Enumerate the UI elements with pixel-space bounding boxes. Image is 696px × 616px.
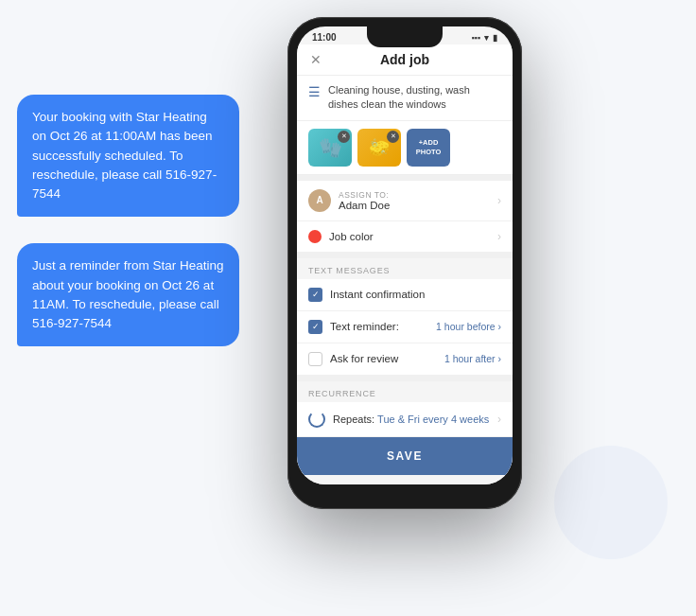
recurrence-row[interactable]: Repeats: Tue & Fri every 4 weeks ›	[297, 402, 513, 437]
save-button[interactable]: SAVE	[297, 437, 513, 475]
ask-review-chevron: ›	[498, 353, 502, 364]
instant-confirmation-checkbox[interactable]: ✓	[308, 288, 322, 302]
assign-to-name: Adam Doe	[339, 200, 490, 211]
app-content: ☰ Cleaning house, dusting, wash dishes c…	[297, 76, 513, 484]
add-photo-button[interactable]: +ADDPHOTO	[407, 129, 450, 167]
recurrence-value: Tue & Fri every 4 weeks	[377, 414, 489, 425]
text-reminder-chevron: ›	[498, 321, 502, 332]
recurrence-text: Repeats: Tue & Fri every 4 weeks	[333, 414, 490, 425]
avatar: A	[308, 189, 331, 212]
instant-confirmation-row: ✓ Instant confirmation	[297, 279, 513, 311]
color-chevron-icon: ›	[497, 230, 501, 243]
photo-thumb-sponge: 🧽 ✕	[357, 129, 401, 167]
add-photo-label: +ADDPHOTO	[416, 138, 442, 157]
text-reminder-timing[interactable]: 1 hour before ›	[436, 321, 501, 332]
job-color-label: Job color	[329, 231, 490, 242]
color-dot-icon	[308, 230, 322, 243]
assign-to-row[interactable]: A ASSIGN TO: Adam Doe ›	[297, 181, 513, 221]
status-time: 11:00	[312, 32, 337, 43]
description-text: Cleaning house, dusting, wash dishes cle…	[328, 83, 501, 113]
remove-glove-photo-button[interactable]: ✕	[338, 131, 350, 143]
decorative-circle	[554, 446, 668, 559]
sponge-icon: 🧽	[369, 137, 390, 158]
description-icon: ☰	[308, 84, 321, 99]
phone-outer: 11:00 ▪▪▪ ▾ ▮ ✕ Add job ☰ Cleaning house…	[287, 17, 522, 509]
instant-confirmation-label: Instant confirmation	[330, 289, 501, 300]
sms-text-1: Your booking with Star Heating on Oct 26…	[32, 110, 217, 201]
sms-text-2: Just a reminder from Star Heating about …	[32, 258, 224, 330]
phone-notch	[367, 26, 443, 47]
photos-row: 🧤 ✕ 🧽 ✕ +ADDPHOTO	[297, 121, 513, 175]
assign-chevron-icon: ›	[497, 194, 501, 207]
job-color-label-group: Job color	[329, 231, 490, 242]
sms-bubble-1: Your booking with Star Heating on Oct 26…	[17, 95, 239, 217]
header-title: Add job	[380, 52, 429, 67]
ask-review-label: Ask for review	[330, 353, 437, 364]
text-reminder-row: ✓ Text reminder: 1 hour before ›	[297, 311, 513, 343]
ask-review-timing[interactable]: 1 hour after ›	[444, 353, 501, 364]
recurrence-chevron-icon: ›	[497, 413, 501, 426]
signal-icon: ▪▪▪	[471, 33, 480, 43]
app-header: ✕ Add job	[297, 44, 513, 76]
sms-container: Your booking with Star Heating on Oct 26…	[17, 95, 239, 346]
description-row: ☰ Cleaning house, dusting, wash dishes c…	[297, 76, 513, 121]
photo-thumb-glove: 🧤 ✕	[308, 129, 352, 167]
job-color-row[interactable]: Job color ›	[297, 221, 513, 253]
assign-to-labels: ASSIGN TO: Adam Doe	[339, 190, 490, 211]
phone-mockup: 11:00 ▪▪▪ ▾ ▮ ✕ Add job ☰ Cleaning house…	[287, 17, 522, 509]
text-reminder-checkbox[interactable]: ✓	[308, 320, 322, 334]
ask-review-checkbox[interactable]	[308, 352, 322, 366]
assign-to-sublabel: ASSIGN TO:	[339, 190, 490, 200]
phone-screen: 11:00 ▪▪▪ ▾ ▮ ✕ Add job ☰ Cleaning house…	[297, 26, 513, 484]
close-button[interactable]: ✕	[310, 52, 322, 67]
recurrence-section-label: RECURRENCE	[297, 381, 513, 402]
text-reminder-label: Text reminder:	[330, 321, 428, 332]
sms-bubble-2: Just a reminder from Star Heating about …	[17, 243, 239, 346]
ask-review-row: Ask for review 1 hour after ›	[297, 343, 513, 376]
recurrence-icon	[308, 411, 325, 428]
battery-icon: ▮	[493, 33, 497, 43]
remove-sponge-photo-button[interactable]: ✕	[387, 131, 399, 143]
wifi-icon: ▾	[484, 33, 489, 43]
text-messages-section-label: TEXT MESSAGES	[297, 258, 513, 279]
status-icons: ▪▪▪ ▾ ▮	[471, 33, 497, 43]
